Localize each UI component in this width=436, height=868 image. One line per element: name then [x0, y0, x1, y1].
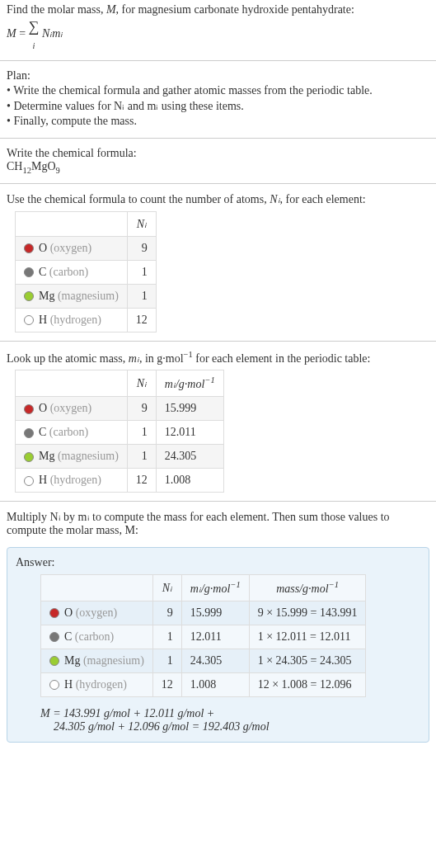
- mass-label: mass/g·mol: [276, 583, 328, 595]
- cell-mass: 1 × 24.305 = 24.305: [249, 649, 366, 672]
- lookup-heading-a: Look up the atomic mass,: [7, 351, 129, 364]
- chemical-formula: CH12MgO9: [7, 160, 429, 175]
- col-mass: mass/g·mol−1: [249, 574, 366, 601]
- final-line2: 24.305 g/mol + 12.096 g/mol = 192.403 g/…: [54, 720, 420, 734]
- f-9: 9: [56, 166, 60, 175]
- cell-element: Mg (magnesium): [16, 284, 128, 308]
- table-header-row: Nᵢ: [16, 211, 157, 236]
- lookup-heading-c: for each element in the periodic table:: [193, 351, 371, 364]
- cell-n: 1: [152, 625, 181, 649]
- intro-text-b: , for magnesium carbonate hydroxide pent…: [116, 3, 354, 16]
- neg1: −1: [184, 350, 193, 359]
- formula-section: Write the chemical formula: CH12MgO9: [0, 144, 436, 178]
- col-mi: mᵢ/g·mol−1: [181, 574, 249, 601]
- table-row: Mg (magnesium) 1 24.305: [16, 444, 224, 468]
- divider: [0, 138, 436, 139]
- mi-label: mᵢ/g·mol: [165, 378, 205, 390]
- element-dot-icon: [49, 656, 59, 666]
- element-dot-icon: [24, 291, 34, 301]
- table-row: O (oxygen) 9: [16, 236, 157, 260]
- element-dot-icon: [49, 680, 59, 690]
- cell-n: 12: [127, 308, 156, 332]
- element-dot-icon: [24, 267, 34, 277]
- table-row: H (hydrogen) 12 1.008: [16, 468, 224, 492]
- element-dot-icon: [24, 476, 34, 486]
- el-name: O (oxygen): [39, 402, 91, 414]
- table-row: H (hydrogen) 12: [16, 308, 157, 332]
- element-dot-icon: [24, 315, 34, 325]
- cell-m: 1.008: [156, 468, 223, 492]
- cell-element: O (oxygen): [41, 601, 153, 625]
- eq-equals: =: [16, 27, 29, 40]
- ni-label: Nᵢ: [137, 377, 147, 389]
- el-name: H (hydrogen): [39, 474, 101, 486]
- table-header-row: Nᵢ mᵢ/g·mol−1 mass/g·mol−1: [41, 574, 366, 601]
- mi-label: mᵢ/g·mol: [190, 583, 231, 595]
- table-row: C (carbon) 1 12.011: [16, 420, 224, 444]
- multiply-text: Multiply Nᵢ by mᵢ to compute the mass fo…: [7, 510, 429, 537]
- f-12: 12: [22, 166, 31, 175]
- formula-heading: Write the chemical formula:: [7, 147, 429, 160]
- cell-m: 12.011: [156, 420, 223, 444]
- cell-element: H (hydrogen): [41, 672, 153, 696]
- neg1: −1: [204, 375, 214, 384]
- cell-element: O (oxygen): [16, 396, 128, 420]
- count-heading-b: , for each element:: [280, 193, 366, 205]
- lookup-table: Nᵢ mᵢ/g·mol−1 O (oxygen) 9 15.999 C (car…: [15, 370, 224, 493]
- el-name: O (oxygen): [39, 242, 91, 254]
- cell-n: 1: [127, 260, 156, 284]
- cell-m: 24.305: [156, 444, 223, 468]
- el-name: C (carbon): [39, 266, 88, 278]
- el-name: H (hydrogen): [39, 314, 101, 326]
- answer-table: Nᵢ mᵢ/g·mol−1 mass/g·mol−1 O (oxygen) 9 …: [40, 574, 366, 697]
- col-element: [16, 211, 128, 236]
- intro-text-a: Find the molar mass,: [7, 3, 106, 16]
- element-dot-icon: [24, 452, 34, 462]
- el-name: C (carbon): [39, 426, 88, 438]
- count-table: Nᵢ O (oxygen) 9 C (carbon) 1 Mg (magnesi…: [15, 211, 157, 333]
- cell-element: C (carbon): [16, 260, 128, 284]
- el-name: O (oxygen): [64, 606, 117, 619]
- molar-mass-equation: M = ∑i Nᵢmᵢ: [7, 18, 429, 50]
- neg1: −1: [329, 580, 339, 589]
- table-row: Mg (magnesium) 1 24.305 1 × 24.305 = 24.…: [41, 649, 366, 672]
- col-element: [41, 574, 153, 601]
- col-ni: Nᵢ: [127, 370, 156, 397]
- element-dot-icon: [49, 632, 59, 642]
- cell-m: 1.008: [181, 672, 249, 696]
- var-Ni: Nᵢ: [270, 193, 279, 205]
- count-heading-a: Use the chemical formula to count the nu…: [7, 193, 270, 205]
- divider: [0, 60, 436, 61]
- cell-n: 9: [127, 236, 156, 260]
- col-mi: mᵢ/g·mol−1: [156, 370, 223, 397]
- col-ni: Nᵢ: [127, 211, 156, 236]
- lookup-heading-b: , in g·mol: [139, 351, 184, 364]
- cell-n: 1: [127, 420, 156, 444]
- cell-n: 1: [127, 444, 156, 468]
- cell-n: 1: [127, 284, 156, 308]
- el-name: Mg (magnesium): [64, 654, 144, 667]
- lookup-section: Look up the atomic mass, mᵢ, in g·mol−1 …: [0, 347, 436, 496]
- sigma-icon: ∑: [29, 18, 40, 35]
- element-dot-icon: [24, 243, 34, 253]
- var-mi: mᵢ: [129, 351, 139, 364]
- cell-mass: 9 × 15.999 = 143.991: [249, 601, 366, 625]
- col-element: [16, 370, 128, 397]
- cell-m: 12.011: [181, 625, 249, 649]
- table-row: Mg (magnesium) 1: [16, 284, 157, 308]
- final-line1: M = 143.991 g/mol + 12.011 g/mol +: [40, 707, 420, 720]
- cell-m: 15.999: [181, 601, 249, 625]
- answer-box: Answer: Nᵢ mᵢ/g·mol−1 mass/g·mol−1 O (ox…: [7, 547, 429, 743]
- f-ch: CH: [7, 160, 22, 172]
- table-row: C (carbon) 1 12.011 1 × 12.011 = 12.011: [41, 625, 366, 649]
- eq-M: M: [7, 27, 16, 40]
- table-row: C (carbon) 1: [16, 260, 157, 284]
- cell-m: 15.999: [156, 396, 223, 420]
- col-ni: Nᵢ: [152, 574, 181, 601]
- final-equation: M = 143.991 g/mol + 12.011 g/mol + 24.30…: [40, 707, 420, 734]
- cell-n: 9: [127, 396, 156, 420]
- var-M: M: [106, 3, 116, 16]
- multiply-section: Multiply Nᵢ by mᵢ to compute the mass fo…: [0, 507, 436, 540]
- element-dot-icon: [24, 428, 34, 438]
- cell-element: H (hydrogen): [16, 308, 128, 332]
